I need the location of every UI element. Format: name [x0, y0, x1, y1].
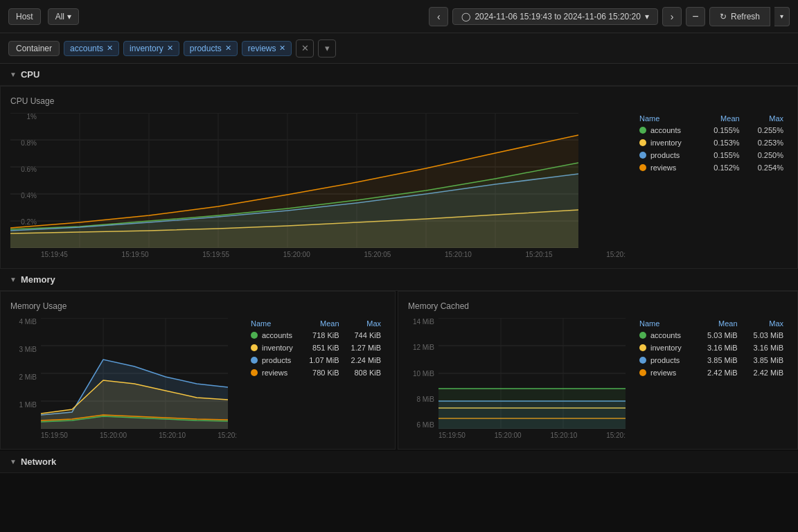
svg-marker-34 — [438, 401, 626, 429]
mem-usage-max-header: Max — [344, 318, 385, 329]
filter-tag-reviews-label: reviews — [248, 44, 276, 53]
mc-reviews-dot — [639, 369, 646, 376]
mu-reviews-dot — [251, 369, 258, 376]
cpu-x-axis: 15:19:45 15:19:50 15:19:55 15:20:00 15:2… — [10, 251, 626, 258]
host-button[interactable]: Host — [8, 8, 41, 25]
time-range-text: 2024-11-06 15:19:43 to 2024-11-06 15:20:… — [475, 12, 641, 21]
cpu-legend-mean-header: Mean — [700, 113, 743, 124]
mu-inventory-dot — [251, 344, 258, 351]
filter-tag-products-label: products — [190, 44, 222, 53]
table-row: products 1.07 MiB 2.24 MiB — [247, 354, 385, 366]
memory-chevron-icon: ▼ — [10, 276, 17, 283]
all-select[interactable]: All ▾ — [48, 8, 79, 25]
table-row: inventory 0.153% 0.253% — [635, 136, 788, 149]
memory-cached-title: Memory Cached — [408, 301, 788, 311]
memory-cached-legend: Name Mean Max accounts 5.03 MiB 5.03 MiB… — [635, 318, 788, 439]
filter-tag-inventory-close[interactable]: ✕ — [167, 44, 173, 53]
memory-usage-panel: Memory Usage 4 MiB 3 MiB 2 MiB 1 MiB — [0, 291, 396, 450]
memory-usage-y-axis: 4 MiB 3 MiB 2 MiB 1 MiB — [10, 318, 41, 429]
chevron-down-icon: ▾ — [645, 12, 649, 21]
add-filter-button[interactable]: ▾ — [318, 39, 336, 57]
filter-tag-inventory-label: inventory — [130, 44, 163, 53]
mc-name-header: Name — [635, 318, 695, 329]
filter-tag-inventory[interactable]: inventory ✕ — [123, 41, 179, 56]
memory-row: Memory Usage 4 MiB 3 MiB 2 MiB 1 MiB — [0, 291, 798, 450]
cpu-chart-area: 1% 0.8% 0.6% 0.4% 0.2% — [10, 113, 788, 258]
memory-usage-title: Memory Usage — [10, 301, 385, 311]
filter-tag-products-close[interactable]: ✕ — [225, 44, 231, 53]
filter-tag-reviews[interactable]: reviews ✕ — [242, 41, 292, 56]
mem-usage-name-header: Name — [247, 318, 301, 329]
cpu-chart-title: CPU Usage — [10, 96, 788, 106]
memory-usage-x-axis: 15:19:50 15:20:00 15:20:10 15:20: — [10, 432, 237, 439]
filter-tag-reviews-close[interactable]: ✕ — [279, 44, 285, 53]
accounts-color-dot — [639, 127, 646, 134]
memory-usage-chart-area: 4 MiB 3 MiB 2 MiB 1 MiB — [10, 318, 385, 439]
memory-cached-chart-area: 14 MiB 12 MiB 10 MiB 8 MiB 6 MiB — [408, 318, 788, 439]
filter-tag-accounts[interactable]: accounts ✕ — [64, 41, 119, 56]
mc-inventory-dot — [639, 344, 646, 351]
cpu-legend: Name Mean Max accounts 0.155% 0.255% inv… — [635, 113, 788, 258]
clear-filters-button[interactable]: ✕ — [296, 39, 314, 57]
cpu-chart-with-axes: 1% 0.8% 0.6% 0.4% 0.2% — [10, 113, 626, 258]
refresh-icon: ↻ — [720, 12, 727, 21]
filter-tag-accounts-label: accounts — [70, 44, 103, 53]
mc-max-header: Max — [742, 318, 788, 329]
table-row: reviews 2.42 MiB 2.42 MiB — [635, 366, 788, 379]
time-forward-button[interactable]: › — [662, 7, 682, 26]
app-header: Host All ▾ ‹ ◯ 2024-11-06 15:19:43 to 20… — [0, 0, 798, 33]
table-row: accounts 5.03 MiB 5.03 MiB — [635, 329, 788, 342]
table-row: reviews 780 KiB 808 KiB — [247, 366, 385, 379]
refresh-dropdown-button[interactable]: ▾ — [774, 7, 790, 26]
mu-products-dot — [251, 357, 258, 364]
table-row: products 0.155% 0.250% — [635, 149, 788, 161]
table-row: reviews 0.152% 0.254% — [635, 161, 788, 174]
table-row: accounts 0.155% 0.255% — [635, 124, 788, 136]
container-label: Container — [8, 41, 60, 56]
time-range-display[interactable]: ◯ 2024-11-06 15:19:43 to 2024-11-06 15:2… — [452, 8, 658, 25]
filter-tag-products[interactable]: products ✕ — [184, 41, 238, 56]
table-row: inventory 851 KiB 1.27 MiB — [247, 342, 385, 354]
network-section-label: Network — [21, 456, 56, 467]
cpu-legend-max-header: Max — [744, 113, 788, 124]
memory-section-label: Memory — [21, 274, 55, 285]
products-color-dot — [639, 152, 646, 159]
network-chevron-icon: ▼ — [10, 458, 17, 466]
mc-accounts-dot — [639, 332, 646, 339]
memory-cached-svg — [438, 318, 626, 429]
cpu-chart-svg — [10, 113, 578, 248]
memory-cached-panel: Memory Cached 14 MiB 12 MiB 10 MiB 8 MiB… — [398, 291, 798, 450]
zoom-out-button[interactable]: − — [686, 7, 705, 26]
clock-icon: ◯ — [461, 12, 470, 21]
cpu-section-label: CPU — [21, 69, 39, 80]
table-row: inventory 3.16 MiB 3.16 MiB — [635, 342, 788, 354]
all-label: All — [55, 12, 64, 21]
cpu-chevron-icon: ▼ — [10, 71, 17, 78]
network-section-header[interactable]: ▼ Network — [0, 451, 798, 473]
refresh-label: Refresh — [731, 12, 760, 21]
filter-tag-accounts-close[interactable]: ✕ — [107, 44, 113, 53]
cpu-legend-name-header: Name — [635, 113, 700, 124]
mu-accounts-dot — [251, 332, 258, 339]
cpu-panel: CPU Usage 1% 0.8% 0.6% 0.4% 0.2% — [0, 86, 798, 269]
inventory-color-dot — [639, 139, 646, 146]
time-back-button[interactable]: ‹ — [429, 7, 448, 26]
filter-bar: Container accounts ✕ inventory ✕ product… — [0, 33, 798, 64]
memory-cached-x-axis: 15:19:50 15:20:00 15:20:10 15:20: — [408, 432, 626, 439]
memory-usage-legend: Name Mean Max accounts 718 KiB 744 KiB i… — [247, 318, 385, 439]
time-navigation: ‹ ◯ 2024-11-06 15:19:43 to 2024-11-06 15… — [429, 7, 790, 26]
mc-mean-header: Mean — [695, 318, 741, 329]
memory-usage-svg — [41, 318, 228, 429]
memory-cached-y-axis: 14 MiB 12 MiB 10 MiB 8 MiB 6 MiB — [408, 318, 438, 429]
chevron-down-icon: ▾ — [67, 12, 71, 21]
memory-section-header[interactable]: ▼ Memory — [0, 269, 798, 291]
refresh-button[interactable]: ↻ Refresh — [709, 7, 770, 26]
cpu-section-header[interactable]: ▼ CPU — [0, 64, 798, 86]
mc-products-dot — [639, 357, 646, 364]
table-row: accounts 718 KiB 744 KiB — [247, 329, 385, 342]
table-row: products 3.85 MiB 3.85 MiB — [635, 354, 788, 366]
reviews-color-dot — [639, 164, 646, 171]
mem-usage-mean-header: Mean — [301, 318, 343, 329]
